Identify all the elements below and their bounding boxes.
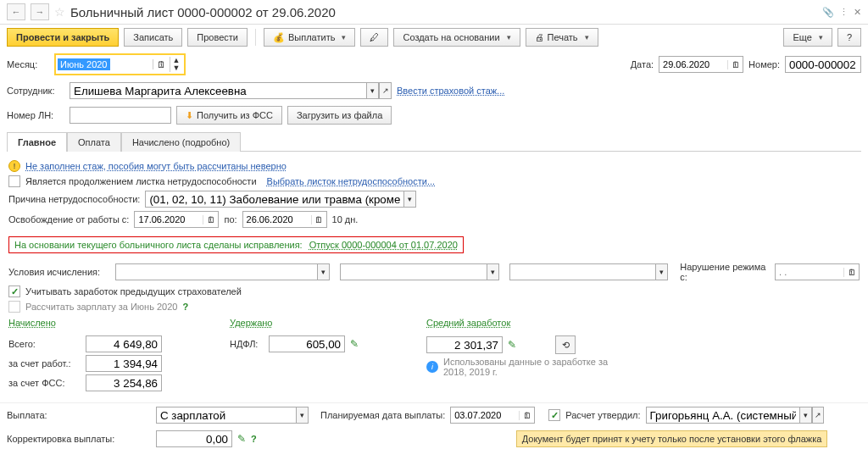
tab-payment[interactable]: Оплата [67,132,121,152]
nav-forward[interactable]: → [31,3,49,20]
calendar-icon[interactable]: 🗓 [519,411,534,420]
conditions-field-2[interactable] [340,263,487,280]
calendar-icon[interactable]: 🗓 [311,215,326,224]
post-close-button[interactable]: Провести и закрыть [7,28,119,47]
post-button[interactable]: Провести [187,28,248,47]
date-field[interactable]: 🗓 [659,56,743,73]
nav-back[interactable]: ← [7,3,25,20]
avg-field[interactable] [426,336,503,353]
date-label: Дата: [631,59,654,69]
consider-prev-checkbox[interactable]: ✓ [8,285,20,297]
dropdown-icon[interactable]: ▾ [487,263,499,280]
calendar-icon[interactable]: 🗓 [727,60,743,69]
approved-field[interactable] [646,407,800,424]
employer-label: за счет работ.: [8,358,81,369]
days-count: 10 дн. [332,214,359,224]
select-ln-link[interactable]: Выбрать листок нетрудоспособности... [267,176,436,186]
money-icon: 💰 [273,32,285,43]
more-button[interactable]: Еще [783,28,832,47]
ln-field[interactable] [70,107,171,124]
calendar-icon[interactable]: 🗓 [153,59,170,69]
dropdown-icon[interactable]: ▾ [366,82,379,99]
employer-field[interactable] [86,355,162,372]
plan-date-field[interactable]: 🗓 [450,407,535,424]
violation-label: Нарушение режима с: [680,262,770,282]
correction-label: Корректировка выплаты: [7,434,117,444]
accrued-header[interactable]: Начислено [8,318,56,328]
pencil-icon[interactable]: ✎ [350,338,359,350]
pencil-icon[interactable]: ✎ [508,339,516,351]
stazh-warning-link[interactable]: Не заполнен стаж, пособия могут быть рас… [25,161,287,171]
reason-label: Причина нетрудоспособности: [8,194,140,204]
continuation-label: Является продолжением листка нетрудоспос… [25,176,257,186]
ndfl-label: НДФЛ: [230,339,264,349]
ln-label: Номер ЛН: [7,110,64,120]
ndfl-field[interactable] [269,335,345,352]
total-field[interactable] [86,335,162,352]
correction-link[interactable]: Отпуск 0000-000004 от 01.07.2020 [309,240,458,250]
calendar-icon[interactable]: 🗓 [843,268,859,277]
calendar-icon[interactable]: 🗓 [203,215,218,224]
month-label: Месяц: [7,59,49,69]
total-label: Всего: [8,339,81,349]
edit-icon: 🖊 [370,32,379,42]
payout-field[interactable] [156,407,296,424]
save-button[interactable]: Записать [124,28,182,47]
info-text: Использованы данные о заработке за 2018,… [443,357,613,377]
month-field[interactable]: Июнь 2020 🗓 ▲▼ [54,53,186,75]
withheld-header[interactable]: Удержано [230,318,272,328]
close-icon[interactable]: ✕ [854,7,861,18]
continuation-checkbox[interactable] [8,175,20,187]
get-fss-button[interactable]: ⬇Получить из ФСС [176,106,282,125]
dropdown-icon[interactable]: ▾ [317,263,330,280]
attach-icon[interactable]: 📎 [822,7,834,18]
help-icon[interactable]: ? [182,302,188,312]
help-button[interactable]: ? [837,28,861,47]
payout-label: Выплата: [7,410,58,420]
fss-field[interactable] [86,374,162,391]
open-icon[interactable]: ↗ [812,407,824,424]
dropdown-icon[interactable]: ▾ [799,407,811,424]
release-from-field[interactable]: 🗓 [134,211,219,228]
open-icon[interactable]: ↗ [379,82,392,99]
pencil-icon[interactable]: ✎ [237,433,246,445]
approved-checkbox[interactable]: ✓ [548,409,560,421]
avg-header[interactable]: Средний заработок [426,318,510,328]
conditions-field-1[interactable] [115,263,317,280]
dropdown-icon[interactable]: ▾ [296,407,309,424]
release-label: Освобождение от работы с: [8,214,129,224]
help-icon[interactable]: ? [251,434,257,444]
reason-field[interactable] [145,191,403,208]
warning-icon: ! [8,160,20,172]
print-icon: 🖨 [535,32,544,42]
violation-date-field[interactable]: 🗓 [775,263,860,280]
conditions-label: Условия исчисления: [8,267,110,277]
edit-button[interactable]: 🖊 [360,28,388,47]
recalc-label: Рассчитать зарплату за Июнь 2020 [25,302,177,312]
tab-main[interactable]: Главное [7,132,67,152]
employee-field[interactable] [70,82,366,99]
insurance-link[interactable]: Ввести страховой стаж... [397,86,504,96]
fss-label: за счет ФСС: [8,378,81,388]
page-title: Больничный лист 0000-000002 от 29.06.202… [70,5,336,19]
menu-dots-icon[interactable]: ⋮ [839,7,849,18]
dropdown-icon[interactable]: ▾ [655,263,668,280]
pay-button[interactable]: 💰Выплатить [264,28,355,47]
load-file-button[interactable]: Загрузить из файла [287,106,392,125]
dropdown-icon[interactable]: ▾ [403,191,416,208]
employee-label: Сотрудник: [7,86,64,96]
recalc-checkbox [8,301,20,313]
month-stepper[interactable]: ▲▼ [170,57,183,72]
release-to-field[interactable]: 🗓 [242,211,327,228]
number-field[interactable] [785,56,861,73]
refresh-button[interactable]: ⟲ [555,335,576,354]
tab-accrued-detail[interactable]: Начислено (подробно) [121,132,241,152]
conditions-field-3[interactable] [509,263,656,280]
approved-label: Расчет утвердил: [565,410,640,420]
correction-field[interactable] [156,430,232,447]
print-button[interactable]: 🖨Печать [526,28,598,47]
create-based-button[interactable]: Создать на основании [393,28,520,47]
favorite-star[interactable]: ☆ [54,5,65,19]
approval-note: Документ будет принят к учету только пос… [516,430,828,447]
plan-date-label: Планируемая дата выплаты: [320,410,445,420]
